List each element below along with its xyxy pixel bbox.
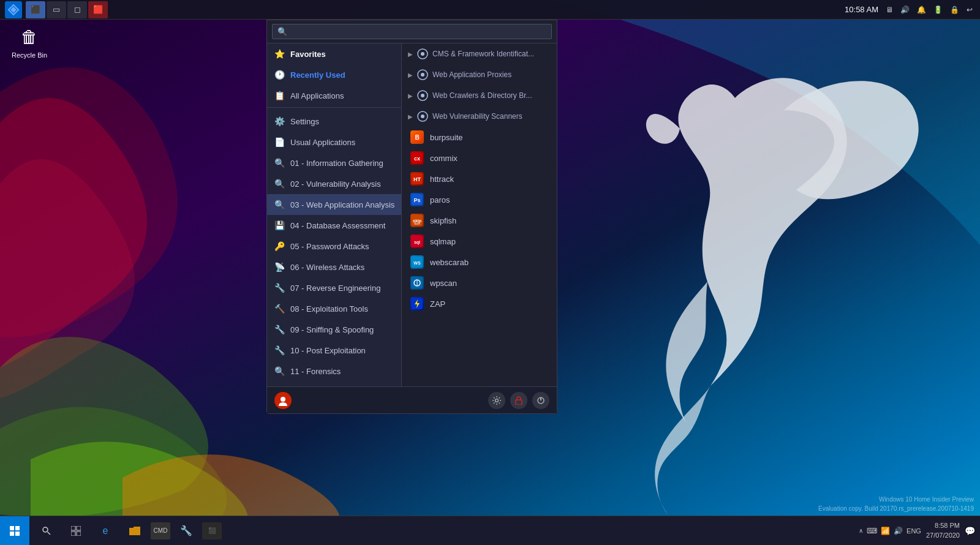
submenu-crawlers[interactable]: ▶ Web Crawlers & Directory Br... (402, 85, 557, 106)
svg-text:cx: cx (414, 156, 420, 162)
skipfish-icon: skipfish (410, 214, 424, 227)
app-item-zap[interactable]: ZAP (402, 293, 557, 314)
app-item-commix[interactable]: cx commix (402, 148, 557, 168)
app-item-wpscan[interactable]: wpscan (402, 272, 557, 293)
submenu-proxies[interactable]: ▶ Web Application Proxies (402, 64, 557, 85)
favorites-icon: ⭐ (273, 48, 285, 60)
cat02-icon: 🔍 (273, 178, 285, 190)
menu-item-cat05[interactable]: 🔑 05 - Password Attacks (267, 236, 401, 257)
taskbar-extra-btn[interactable]: ⬛ (202, 522, 222, 539)
menu-item-all-applications[interactable]: 📋 All Applications (267, 85, 401, 106)
taskbar-taskview-btn[interactable] (62, 517, 89, 544)
menu-item-recently-used[interactable]: 🕐 Recently Used (267, 64, 401, 85)
window-btn-3[interactable]: ◻ (67, 1, 87, 18)
app-item-sqlmap[interactable]: sql sqlmap (402, 231, 557, 252)
tray-lang-label: ENG (907, 527, 921, 535)
notification-icon: 🔔 (917, 6, 926, 14)
menu-item-cat09[interactable]: 🔧 09 - Sniffing & Spoofing (267, 319, 401, 340)
menu-item-cat08[interactable]: 🔨 08 - Exploitation Tools (267, 298, 401, 319)
taskbar-terminal-btn[interactable]: CMD (151, 522, 170, 539)
top-bar: ⬛ ▭ ◻ 🟥 10:58 AM 🖥 🔊 🔔 🔋 🔒 ↩ (0, 0, 980, 20)
svg-rect-45 (77, 532, 81, 536)
menu-separator (267, 107, 401, 110)
window-btn-1[interactable]: ⬛ (26, 1, 45, 18)
kali-menu-icon[interactable] (5, 1, 22, 18)
cat03-icon: 🔍 (273, 198, 285, 211)
clock-block[interactable]: 8:58 PM 27/07/2020 (926, 521, 960, 540)
power-icon: ↩ (967, 6, 973, 14)
svg-rect-43 (77, 526, 81, 530)
menu-item-cat02[interactable]: 🔍 02 - Vulnerability Analysis (267, 173, 401, 194)
menu-item-settings[interactable]: ⚙️ Settings (267, 111, 401, 132)
settings-icon: ⚙️ (273, 115, 285, 127)
svg-rect-33 (516, 400, 522, 405)
menu-right-panel: ▶ CMS & Framework Identificat... ▶ Web A… (402, 43, 557, 386)
submenu-scanners[interactable]: ▶ Web Vulnerability Scanners (402, 106, 557, 127)
menu-item-cat12[interactable]: 📊 12 - Reporting Tools (267, 382, 401, 386)
app-item-paros[interactable]: Ps paros (402, 189, 557, 210)
svg-point-4 (421, 52, 424, 56)
app-item-skipfish[interactable]: skipfish skipfish (402, 210, 557, 231)
menu-item-cat10[interactable]: 🔧 10 - Post Exploitation (267, 340, 401, 361)
menu-item-cat01[interactable]: 🔍 01 - Information Gathering (267, 152, 401, 173)
recycle-bin-icon[interactable]: 🗑 Recycle Bin (10, 24, 49, 59)
taskbar-folder-btn[interactable] (121, 517, 148, 544)
menu-left-panel: ⭐ Favorites 🕐 Recently Used 📋 All Applic… (267, 43, 402, 386)
submenu-proxies-icon (417, 69, 429, 81)
svg-text:Ps: Ps (413, 197, 420, 203)
app-item-httrack[interactable]: HT httrack (402, 168, 557, 189)
submenu-cms[interactable]: ▶ CMS & Framework Identificat... (402, 43, 557, 64)
menu-item-cat03[interactable]: 🔍 03 - Web Application Analysis (267, 194, 401, 215)
menu-item-usual-apps[interactable]: 📄 Usual Applications (267, 132, 401, 152)
sqlmap-icon: sql (410, 235, 424, 248)
taskbar-right: ∧ ⌨ 📶 🔊 ENG 8:58 PM 27/07/2020 💬 (859, 516, 980, 545)
svg-point-32 (496, 399, 499, 402)
app-menu: ⭐ Favorites 🕐 Recently Used 📋 All Applic… (266, 20, 557, 414)
svg-point-31 (281, 397, 285, 402)
app-item-webscarab[interactable]: WS webscarab (402, 252, 557, 272)
top-bar-right: 10:58 AM 🖥 🔊 🔔 🔋 🔒 ↩ (845, 5, 980, 14)
search-input[interactable] (272, 24, 552, 39)
top-bar-time: 10:58 AM (845, 5, 878, 14)
top-bar-left: ⬛ ▭ ◻ 🟥 (0, 1, 108, 18)
footer-settings-btn[interactable] (488, 392, 505, 409)
cat11-icon: 🔍 (273, 365, 285, 377)
action-center-icon[interactable]: 💬 (965, 526, 975, 536)
taskbar-edge-btn[interactable]: e (92, 517, 119, 544)
submenu-cms-arrow: ▶ (408, 51, 413, 58)
footer-power-btn[interactable] (532, 392, 549, 409)
svg-line-41 (48, 532, 51, 535)
cat06-icon: 📡 (273, 261, 285, 273)
menu-item-cat06[interactable]: 📡 06 - Wireless Attacks (267, 257, 401, 277)
tray-chevron-icon[interactable]: ∧ (859, 527, 863, 534)
commix-icon: cx (410, 151, 424, 165)
start-button[interactable] (0, 516, 29, 546)
taskbar-icons: e CMD 🔧 ⬛ (29, 516, 225, 545)
cat07-icon: 🔧 (273, 282, 285, 294)
clock-date: 27/07/2020 (926, 531, 960, 540)
window-btn-4[interactable]: 🟥 (88, 1, 108, 18)
menu-item-cat07[interactable]: 🔧 07 - Reverse Engineering (267, 277, 401, 298)
submenu-crawlers-icon (417, 89, 429, 102)
taskbar-app-btn[interactable]: 🔧 (173, 517, 200, 544)
zap-icon (410, 297, 424, 310)
svg-rect-42 (71, 526, 75, 530)
menu-item-favorites[interactable]: ⭐ Favorites (267, 43, 401, 64)
menu-item-cat04[interactable]: 💾 04 - Database Assessment (267, 215, 401, 236)
cat10-icon: 🔧 (273, 344, 285, 356)
taskbar-search-icon[interactable] (33, 517, 60, 544)
taskbar: e CMD 🔧 ⬛ ∧ ⌨ 📶 🔊 ENG 8:58 PM 27/07/2020… (0, 516, 980, 545)
app-item-burpsuite[interactable]: B burpsuite (402, 127, 557, 148)
clock-time: 8:58 PM (926, 521, 960, 530)
submenu-crawlers-arrow: ▶ (408, 92, 413, 99)
menu-item-cat11[interactable]: 🔍 11 - Forensics (267, 361, 401, 382)
lock-icon: 🔒 (950, 6, 959, 14)
menu-footer (267, 386, 557, 413)
recycle-bin-image: 🗑 (17, 24, 42, 49)
svg-text:HT: HT (413, 176, 421, 182)
footer-lock-btn[interactable] (510, 392, 527, 409)
window-btn-2[interactable]: ▭ (47, 1, 66, 18)
webscarab-icon: WS (410, 255, 424, 269)
submenu-proxies-arrow: ▶ (408, 72, 413, 78)
cat08-icon: 🔨 (273, 303, 285, 315)
